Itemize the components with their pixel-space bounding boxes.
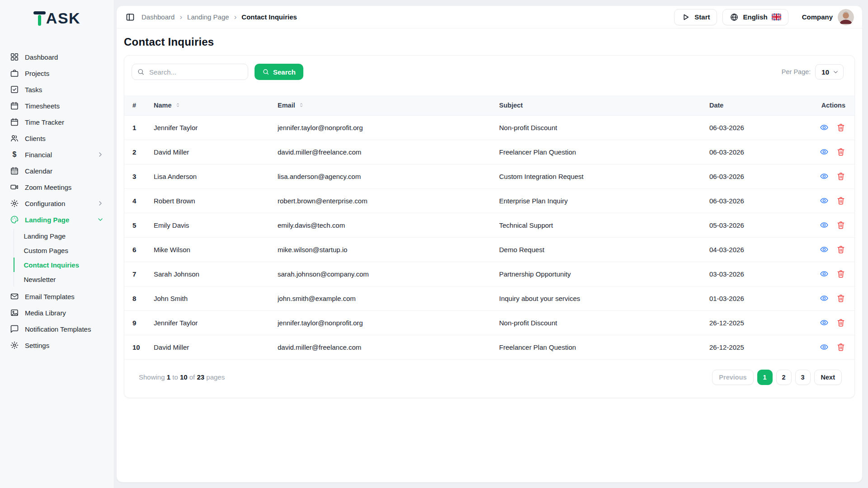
company-menu[interactable]: Company [802, 9, 854, 25]
logo-letter-t [33, 10, 46, 26]
per-page-select[interactable]: 10 [815, 64, 844, 80]
cell-index: 10 [124, 335, 154, 359]
delete-action-icon[interactable] [836, 294, 845, 303]
table-row: 8John Smithjohn.smith@example.comInquiry… [124, 286, 854, 310]
sort-icon[interactable] [298, 102, 304, 108]
sidebar-item-time-tracker[interactable]: Time Tracker [6, 114, 108, 130]
page-button-1[interactable]: 1 [757, 370, 773, 385]
calendar-icon [10, 101, 19, 110]
view-action-icon[interactable] [820, 318, 829, 327]
delete-action-icon[interactable] [836, 147, 845, 156]
brand-logo[interactable]: ASK [0, 10, 114, 28]
view-action-icon[interactable] [820, 245, 829, 254]
sidebar-subitem-landing-page[interactable]: Landing Page [14, 229, 108, 243]
logo-text: ASK [46, 10, 80, 26]
column-header-actions: Actions [810, 95, 854, 115]
sidebar-item-calendar[interactable]: Calendar [6, 163, 108, 179]
sidebar-subitem-contact-inquiries[interactable]: Contact Inquiries [14, 258, 108, 272]
column-header-email: Email [278, 95, 499, 115]
column-label: Actions [821, 102, 845, 109]
cell-email: david.miller@freelance.com [278, 335, 499, 359]
table-toolbar: Search Per Page: 10 [124, 56, 854, 95]
view-action-icon[interactable] [820, 123, 829, 132]
sidebar: ASK DashboardProjectsTasksTimesheetsTime… [0, 0, 114, 488]
cell-actions [810, 188, 854, 213]
cell-name: Jennifer Taylor [154, 310, 278, 335]
delete-action-icon[interactable] [836, 318, 845, 327]
search-input[interactable] [132, 64, 248, 80]
video-icon [10, 183, 19, 192]
cell-index: 7 [124, 262, 154, 286]
page-button-2[interactable]: 2 [776, 370, 792, 385]
cell-actions [810, 237, 854, 262]
breadcrumb-item-landing-page[interactable]: Landing Page [187, 13, 229, 21]
sidebar-item-email-templates[interactable]: Email Templates [6, 288, 108, 305]
next-page-button[interactable]: Next [814, 370, 842, 385]
delete-action-icon[interactable] [836, 245, 845, 254]
view-action-icon[interactable] [820, 221, 829, 230]
table-row: 7Sarah Johnsonsarah.johnson@company.comP… [124, 262, 854, 286]
sidebar-item-settings[interactable]: Settings [6, 337, 108, 353]
sidebar-nav: DashboardProjectsTasksTimesheetsTime Tra… [0, 49, 114, 353]
delete-action-icon[interactable] [836, 172, 845, 181]
cell-name: David Miller [154, 140, 278, 164]
chevron-right-icon [97, 151, 104, 158]
delete-action-icon[interactable] [836, 221, 845, 230]
table-row: 6Mike Wilsonmike.wilson@startup.ioDemo R… [124, 237, 854, 262]
previous-page-button[interactable]: Previous [712, 370, 753, 385]
delete-action-icon[interactable] [836, 343, 845, 352]
sidebar-item-label: Zoom Meetings [25, 183, 71, 191]
sidebar-subitem-newsletter[interactable]: Newsletter [14, 272, 108, 286]
cell-index: 1 [124, 115, 154, 140]
sidebar-item-clients[interactable]: Clients [6, 130, 108, 146]
chevron-down-icon [832, 69, 839, 75]
page-button-3[interactable]: 3 [795, 370, 811, 385]
avatar[interactable] [838, 9, 854, 25]
sidebar-item-timesheets[interactable]: Timesheets [6, 98, 108, 114]
sidebar-subitem-custom-pages[interactable]: Custom Pages [14, 243, 108, 258]
sort-icon[interactable] [175, 102, 181, 108]
sidebar-item-zoom-meetings[interactable]: Zoom Meetings [6, 179, 108, 195]
cell-actions [810, 310, 854, 335]
delete-action-icon[interactable] [836, 123, 845, 132]
start-button[interactable]: Start [674, 9, 717, 25]
delete-action-icon[interactable] [836, 196, 845, 205]
sidebar-item-label: Email Templates [25, 293, 75, 300]
content: Contact Inquiries [117, 28, 862, 398]
cell-email: robert.brown@enterprise.com [278, 188, 499, 213]
view-action-icon[interactable] [820, 269, 829, 278]
cell-email: mike.wilson@startup.io [278, 237, 499, 262]
cell-subject: Partnership Opportunity [499, 262, 709, 286]
showing-from: 1 [165, 373, 171, 381]
sidebar-item-configuration[interactable]: Configuration [6, 195, 108, 211]
main-area: Dashboard›Landing Page›Contact Inquiries… [114, 0, 868, 488]
view-action-icon[interactable] [820, 147, 829, 156]
sidebar-item-financial[interactable]: $Financial [6, 146, 108, 163]
view-action-icon[interactable] [820, 294, 829, 303]
breadcrumb-item-dashboard[interactable]: Dashboard [142, 13, 175, 21]
view-action-icon[interactable] [820, 196, 829, 205]
cell-date: 26-12-2025 [709, 310, 810, 335]
delete-action-icon[interactable] [836, 269, 845, 278]
view-action-icon[interactable] [820, 343, 829, 352]
sidebar-item-notification-templates[interactable]: Notification Templates [6, 321, 108, 337]
cell-name: David Miller [154, 335, 278, 359]
view-action-icon[interactable] [820, 172, 829, 181]
search-button[interactable]: Search [255, 64, 303, 80]
sidebar-item-landing-page[interactable]: Landing Page [6, 211, 108, 228]
table-row: 3Lisa Andersonlisa.anderson@agency.comCu… [124, 164, 854, 188]
sidebar-item-tasks[interactable]: Tasks [6, 81, 108, 98]
cell-actions [810, 262, 854, 286]
sidebar-item-dashboard[interactable]: Dashboard [6, 49, 108, 65]
language-button[interactable]: English [722, 9, 788, 25]
sidebar-item-media-library[interactable]: Media Library [6, 305, 108, 321]
panel-left-toggle-icon[interactable] [126, 13, 135, 22]
start-button-label: Start [694, 13, 710, 21]
sidebar-item-projects[interactable]: Projects [6, 65, 108, 81]
table-row: 2David Millerdavid.miller@freelance.comF… [124, 140, 854, 164]
cell-index: 6 [124, 237, 154, 262]
breadcrumb-item-contact-inquiries: Contact Inquiries [241, 13, 297, 21]
sidebar-item-label: Projects [25, 70, 49, 77]
sidebar-item-label: Clients [25, 135, 46, 142]
inquiries-table: #NameEmailSubjectDateActions 1Jennifer T… [124, 95, 854, 360]
